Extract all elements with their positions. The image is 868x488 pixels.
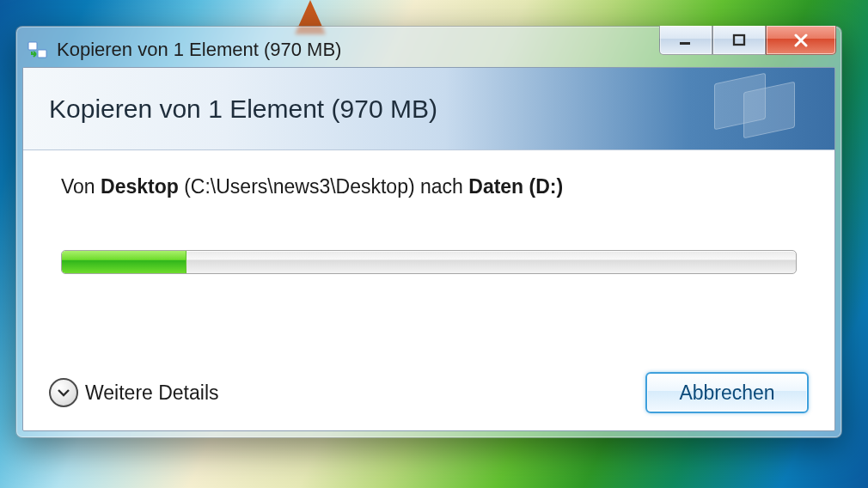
transfer-source-name: Desktop	[101, 175, 179, 198]
minimize-button[interactable]	[659, 26, 712, 55]
folder-transfer-icon	[714, 78, 817, 147]
svg-rect-1	[38, 50, 46, 58]
chevron-down-icon	[49, 378, 78, 407]
svg-rect-3	[734, 35, 744, 45]
window-controls	[659, 26, 836, 55]
transfer-prefix: Von	[61, 175, 101, 198]
svg-rect-0	[28, 42, 37, 50]
more-details-label: Weitere Details	[85, 381, 219, 405]
more-details-toggle[interactable]: Weitere Details	[49, 378, 219, 407]
copy-dialog-window: Kopieren von 1 Element (970 MB) Kopieren…	[15, 26, 842, 438]
transfer-middle: nach	[420, 175, 468, 198]
transfer-path-text: Von Desktop (C:\Users\news3\Desktop) nac…	[61, 174, 797, 200]
transfer-dest-name: Daten (D:)	[468, 175, 563, 198]
dialog-header: Kopieren von 1 Element (970 MB)	[23, 68, 834, 150]
transfer-source-path: (C:\Users\news3\Desktop)	[179, 175, 420, 198]
maximize-button[interactable]	[712, 26, 766, 55]
progress-bar	[61, 250, 797, 274]
svg-rect-2	[680, 42, 690, 45]
copy-transfer-icon	[28, 41, 48, 58]
dialog-body: Kopieren von 1 Element (970 MB) Von Desk…	[22, 67, 835, 431]
dialog-header-title: Kopieren von 1 Element (970 MB)	[49, 95, 437, 124]
dialog-content: Von Desktop (C:\Users\news3\Desktop) nac…	[23, 150, 834, 360]
dialog-footer: Weitere Details Abbrechen	[23, 360, 834, 430]
progress-fill	[62, 251, 186, 273]
cancel-button[interactable]: Abbrechen	[645, 372, 809, 413]
close-button[interactable]	[766, 26, 836, 55]
